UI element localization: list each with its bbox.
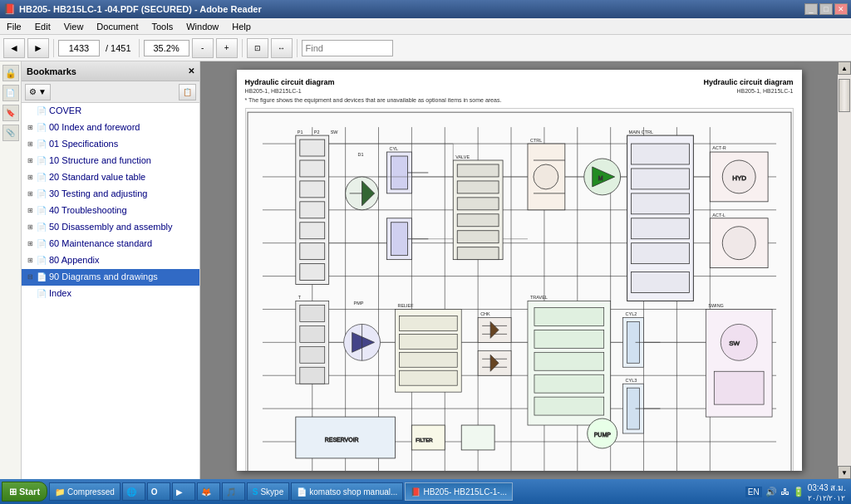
scroll-thumb[interactable] <box>839 79 850 112</box>
start-button[interactable]: ⊞ Start <box>2 482 47 502</box>
menu-file[interactable]: File <box>3 20 25 33</box>
menu-help[interactable]: Help <box>229 20 254 33</box>
chrome-icon: 🌐 <box>126 487 136 497</box>
taskbar-app-winamp[interactable]: ▶ <box>172 482 195 501</box>
options-dropdown-icon: ▼ <box>38 87 47 96</box>
bookmark-label-index2: Index <box>49 287 196 300</box>
bookmark-item-index[interactable]: ⊞ 📄 00 Index and foreword <box>22 120 199 136</box>
bookmarks-collapse-button[interactable]: 📋 <box>179 84 196 100</box>
bookmarks-title: Bookmarks <box>27 66 76 76</box>
menu-tools[interactable]: Tools <box>149 20 177 33</box>
taskbar-app-media[interactable]: 🎵 <box>222 482 245 501</box>
svg-text:CYL3: CYL3 <box>625 378 637 383</box>
komatsu-label: komatso shop manual... <box>309 487 397 497</box>
page-icon-appendix: 📄 <box>36 254 47 267</box>
bookmark-item-testing[interactable]: ⊞ 📄 30 Testing and adjusting <box>22 186 199 203</box>
find-input[interactable] <box>302 40 393 56</box>
bookmark-item-maintenance[interactable]: ⊞ 📄 60 Maintenance standard <box>22 236 199 252</box>
right-scrollbar[interactable]: ▲ ▼ <box>838 61 851 479</box>
media-icon: 🎵 <box>226 487 236 497</box>
expand-icon-testing: ⊞ <box>25 188 35 201</box>
bookmark-label-standard: 20 Standard value table <box>49 171 196 183</box>
svg-point-65 <box>722 227 755 260</box>
svg-rect-91 <box>534 374 603 393</box>
bookmark-label-trouble: 40 Troubleshooting <box>49 204 196 217</box>
komatsu-icon: 📄 <box>297 487 307 497</box>
taskbar-app-komatsu[interactable]: 📄 komatso shop manual... <box>291 482 403 501</box>
svg-text:P1: P1 <box>297 130 303 135</box>
svg-text:P2: P2 <box>313 130 319 135</box>
svg-text:D1: D1 <box>357 152 363 157</box>
date-display: ٢٠/١٢/٢٠١٢ <box>808 494 846 502</box>
svg-rect-77 <box>399 352 457 367</box>
taskbar-app-compressed[interactable]: 📁 Compressed <box>49 482 121 501</box>
svg-text:SW: SW <box>729 340 740 347</box>
zoom-input[interactable] <box>144 40 189 56</box>
bookmark-item-cover[interactable]: 📄 COVER <box>22 103 199 120</box>
scroll-down-arrow[interactable]: ▼ <box>838 466 851 479</box>
svg-rect-30 <box>299 264 324 281</box>
scroll-up-arrow[interactable]: ▲ <box>838 61 851 75</box>
start-icon: ⊞ <box>9 487 17 497</box>
taskbar-app-opera[interactable]: O <box>147 482 170 501</box>
bookmark-item-standard[interactable]: ⊞ 📄 20 Standard value table <box>22 169 199 186</box>
expand-icon-trouble: ⊞ <box>25 204 35 218</box>
time-display: 03:43 ส.ม. <box>808 482 846 494</box>
taskbar-app-skype[interactable]: S Skype <box>247 482 289 501</box>
left-icon-hand[interactable]: 🔒 <box>2 65 19 81</box>
toolbar-separator-1 <box>53 39 54 57</box>
maximize-button[interactable]: □ <box>819 3 833 15</box>
firefox-icon: 🦊 <box>201 487 211 497</box>
svg-rect-102 <box>714 371 764 404</box>
expand-icon-specs: ⊞ <box>25 138 35 151</box>
page-number-input[interactable] <box>58 40 100 56</box>
menu-window[interactable]: Window <box>183 20 222 33</box>
menu-view[interactable]: View <box>61 20 87 33</box>
bookmark-item-specs[interactable]: ⊞ 📄 01 Specifications <box>22 136 199 153</box>
page-icon-testing: 📄 <box>36 188 47 201</box>
svg-text:MAIN CTRL: MAIN CTRL <box>628 130 652 135</box>
left-icon-attachment[interactable]: 📎 <box>2 125 19 141</box>
left-icon-bookmark[interactable]: 🔖 <box>2 105 19 121</box>
bookmark-item-diagrams[interactable]: ⊟ 📄 90 Diagrams and drawings <box>22 269 199 286</box>
forward-button[interactable]: ► <box>27 38 49 58</box>
expand-icon-cover <box>25 105 35 118</box>
left-icon-select[interactable]: 📄 <box>2 85 19 101</box>
zoom-in-button[interactable]: + <box>216 38 238 58</box>
taskbar-app-chrome[interactable]: 🌐 <box>122 482 145 501</box>
bookmark-item-appendix[interactable]: ⊞ 📄 80 Appendix <box>22 252 199 269</box>
svg-text:ACT-R: ACT-R <box>712 145 726 150</box>
svg-text:CTRL: CTRL <box>529 138 541 143</box>
bookmarks-close[interactable]: ✕ <box>188 66 194 76</box>
expand-icon-structure: ⊞ <box>25 154 35 168</box>
svg-rect-26 <box>299 181 324 198</box>
title-bar-controls[interactable]: _ □ ✕ <box>804 3 848 15</box>
bookmark-item-index2[interactable]: 📄 Index <box>22 286 199 302</box>
taskbar-app-adobe[interactable]: 📕 HB205- HB215LC-1-... <box>405 482 513 501</box>
menu-document[interactable]: Document <box>93 20 141 33</box>
pdf-area[interactable]: Hydraulic circuit diagram HB205-1, HB215… <box>200 61 838 479</box>
bookmark-item-trouble[interactable]: ⊞ 📄 40 Troubleshooting <box>22 203 199 219</box>
svg-point-48 <box>533 164 558 189</box>
fit-width-button[interactable]: ↔ <box>271 38 293 58</box>
svg-rect-43 <box>457 198 499 210</box>
fit-page-button[interactable]: ⊡ <box>247 38 268 58</box>
minimize-button[interactable]: _ <box>804 3 818 15</box>
taskbar-app-firefox[interactable]: 🦊 <box>197 482 220 501</box>
zoom-out-button[interactable]: - <box>192 38 214 58</box>
adobe-label: HB205- HB215LC-1-... <box>423 487 507 497</box>
scroll-track[interactable] <box>838 75 851 466</box>
winamp-icon: ▶ <box>176 487 183 497</box>
svg-rect-45 <box>457 231 499 243</box>
bookmark-item-disassembly[interactable]: ⊞ 📄 50 Disassembly and assembly <box>22 219 199 236</box>
bookmarks-options-button[interactable]: ⚙ ▼ <box>25 84 51 100</box>
bookmark-item-structure[interactable]: ⊞ 📄 10 Structure and function <box>22 153 199 169</box>
svg-rect-25 <box>299 160 324 177</box>
bookmark-label-maintenance: 60 Maintenance standard <box>49 237 196 250</box>
menu-edit[interactable]: Edit <box>32 20 54 33</box>
close-button[interactable]: ✕ <box>834 3 848 15</box>
expand-icon-appendix: ⊞ <box>25 254 35 267</box>
back-button[interactable]: ◄ <box>3 38 25 58</box>
svg-rect-38 <box>391 223 407 256</box>
svg-text:SWING: SWING <box>708 303 724 308</box>
